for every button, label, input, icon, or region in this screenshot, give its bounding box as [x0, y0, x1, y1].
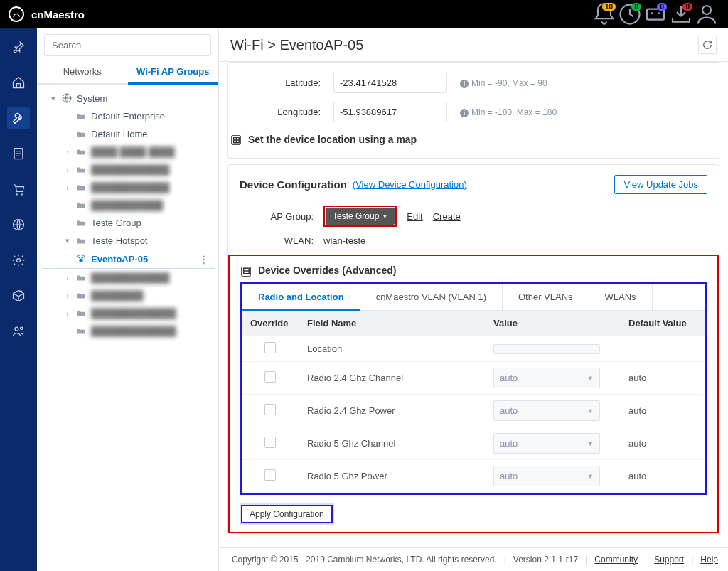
bell-icon[interactable]: 10 — [592, 0, 617, 28]
side-tabs: Networks Wi-Fi AP Groups — [37, 60, 218, 85]
tree-item-redacted[interactable]: ›████████████ — [43, 161, 215, 178]
tree-item-teste-hotspot[interactable]: ▾Teste Hotspot — [43, 232, 215, 250]
tree-item-redacted[interactable]: ›████████ — [43, 287, 215, 304]
override-checkbox[interactable] — [264, 371, 276, 383]
download-icon[interactable]: 0 — [668, 0, 694, 28]
table-row: Radio 2.4 Ghz Powerauto▼auto — [242, 395, 705, 427]
default-value: auto — [620, 460, 705, 493]
latitude-hint: iMin = -90, Max = 90 — [460, 78, 547, 88]
table-row: Radio 2.4 Ghz Channelauto▼auto — [242, 362, 705, 395]
nav-users-icon[interactable] — [7, 320, 30, 343]
footer-support-link[interactable]: Support — [654, 555, 684, 565]
page-title: Wi-Fi > EventoAP-05 — [230, 37, 363, 53]
default-value — [620, 336, 705, 362]
set-location-map-link[interactable]: ⊞ Set the device location using a map — [228, 127, 719, 151]
tree-item-teste-group[interactable]: Teste Group — [43, 214, 215, 232]
override-checkbox[interactable] — [264, 342, 276, 353]
nav-wrench-icon[interactable] — [7, 107, 30, 129]
chevron-right-icon: › — [64, 274, 71, 282]
folder-icon — [75, 218, 87, 228]
caret-down-icon: ▼ — [587, 440, 594, 447]
default-value: auto — [620, 395, 705, 427]
brand-logo — [9, 6, 24, 22]
tab-wifi-ap-groups[interactable]: Wi-Fi AP Groups — [128, 60, 219, 85]
edit-link[interactable]: Edit — [407, 211, 422, 222]
refresh-icon[interactable] — [698, 36, 717, 54]
nav-pin-icon[interactable] — [7, 36, 30, 58]
latitude-input[interactable] — [333, 73, 447, 93]
tree-item-redacted[interactable]: ███████████ — [43, 196, 215, 214]
footer-help-link[interactable]: Help — [700, 555, 718, 565]
subtab-other-vlans[interactable]: Other VLANs — [503, 284, 589, 310]
override-checkbox[interactable] — [264, 404, 276, 415]
value-select[interactable]: auto▼ — [493, 433, 600, 454]
subtab-wlans[interactable]: WLANs — [589, 284, 653, 310]
nav-box-icon[interactable] — [7, 284, 30, 307]
folder-icon — [75, 326, 87, 336]
longitude-input[interactable] — [333, 102, 447, 122]
nav-home-icon[interactable] — [7, 71, 30, 94]
tree-root-system[interactable]: ▾ System — [43, 89, 215, 107]
tab-networks[interactable]: Networks — [37, 60, 128, 83]
topbar: cnMaestro 10 0 0 0 — [0, 0, 728, 28]
switch-icon[interactable]: 0 — [643, 0, 668, 28]
longitude-label: Longitude: — [242, 107, 321, 117]
view-device-config-link[interactable]: (View Device Configuration) — [353, 179, 467, 190]
main: Wi-Fi > EventoAP-05 Latitude: iMin = -90… — [219, 28, 728, 571]
tree: ▾ System Default Enterprise Default Home… — [37, 85, 218, 344]
side-panel: Networks Wi-Fi AP Groups ▾ System Defaul… — [37, 28, 219, 571]
more-icon[interactable]: ⋮ — [195, 254, 213, 265]
override-checkbox[interactable] — [264, 469, 276, 481]
search-input[interactable] — [44, 34, 211, 56]
chevron-down-icon: ▾ — [50, 94, 57, 103]
nav-cart-icon[interactable] — [7, 178, 30, 201]
tree-item-default-home[interactable]: Default Home — [43, 125, 215, 143]
tree-item-redacted[interactable]: ›████ ████ ████ — [43, 143, 215, 161]
caret-down-icon: ▼ — [587, 473, 594, 480]
table-row: Location — [242, 336, 705, 362]
latitude-row: Latitude: iMin = -90, Max = 90 — [228, 68, 719, 97]
tree-item-redacted[interactable]: █████████████ — [43, 322, 215, 340]
footer-community-link[interactable]: Community — [594, 555, 638, 565]
ap-group-dropdown[interactable]: Teste Group▼ — [326, 208, 395, 225]
nav-document-icon[interactable] — [7, 142, 30, 165]
folder-icon — [75, 201, 87, 210]
default-value: auto — [620, 362, 705, 395]
wlan-link[interactable]: wlan-teste — [323, 235, 365, 246]
apply-configuration-button[interactable]: Apply Configuration — [241, 505, 333, 523]
tree-item-redacted[interactable]: ›████████████ — [43, 269, 215, 287]
view-update-jobs-button[interactable]: View Update Jobs — [614, 175, 707, 194]
chevron-right-icon: › — [64, 166, 71, 174]
create-link[interactable]: Create — [433, 211, 461, 222]
subtab-radio-location[interactable]: Radio and Location — [242, 284, 360, 311]
nav-gear-icon[interactable] — [7, 249, 30, 272]
folder-icon — [75, 112, 87, 122]
svg-point-2 — [702, 6, 711, 14]
clock-icon[interactable]: 0 — [617, 0, 643, 28]
tree-item-default-enterprise[interactable]: Default Enterprise — [43, 107, 215, 125]
override-checkbox[interactable] — [264, 437, 276, 448]
value-input[interactable] — [493, 344, 600, 354]
overrides-header[interactable]: ⊟ Device Overrides (Advanced) — [230, 256, 717, 282]
user-menu-icon[interactable] — [694, 0, 719, 28]
tree-item-redacted[interactable]: ›████████████ — [43, 178, 215, 196]
nav-globe-icon[interactable] — [7, 213, 30, 236]
value-select[interactable]: auto▼ — [493, 368, 600, 388]
tree-item-redacted[interactable]: ›█████████████ — [43, 304, 215, 322]
ap-group-label: AP Group: — [250, 211, 314, 222]
subtab-vlan1[interactable]: cnMaestro VLAN (VLAN 1) — [360, 284, 503, 310]
tree-label: EventoAP-05 — [91, 254, 148, 265]
expand-icon: ⊞ — [231, 135, 241, 145]
value-select[interactable]: auto▼ — [493, 400, 600, 421]
device-config-title: Device Configuration — [240, 178, 347, 191]
chevron-right-icon: › — [64, 292, 71, 300]
field-name: Radio 5 Ghz Channel — [299, 427, 485, 460]
folder-icon — [75, 129, 87, 139]
brand-name: cnMaestro — [31, 9, 85, 21]
tree-item-device-eventoap[interactable]: EventoAP-05 ⋮ — [43, 250, 215, 269]
search-container — [44, 34, 211, 56]
longitude-row: Longitude: iMin = -180, Max = 180 — [228, 97, 719, 127]
folder-icon — [75, 309, 87, 319]
ap-icon — [75, 254, 87, 265]
value-select[interactable]: auto▼ — [493, 466, 600, 486]
